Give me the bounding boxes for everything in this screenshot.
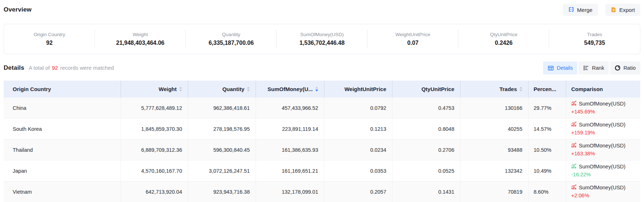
stat-origin-country: Origin Country 92 (4, 32, 95, 46)
cell-comparison[interactable]: SumOfMoney(USD) +145.69% (566, 98, 640, 118)
stat-label: QtyUnitPrice (458, 32, 549, 37)
stat-value: 1,536,702,446.48 (277, 40, 367, 46)
table-header-row: Origin Country Weight Quantity SumOfMone… (4, 81, 640, 98)
table-row[interactable]: South Korea 1,845,859,370.30 278,198,576… (4, 119, 640, 139)
cell-quantity: 3,072,126,247.51 (188, 160, 256, 181)
comparison-field-label: SumOfMoney(USD) (579, 122, 626, 128)
tab-ratio[interactable]: Ratio (610, 61, 640, 74)
details-heading: Details A total of92records were matched (4, 64, 114, 72)
sort-carets-icon[interactable] (519, 87, 522, 91)
stat-qty-unit-price: QtyUnitPrice 0.2426 (458, 32, 549, 46)
details-subtitle: A total of92records were matched (29, 65, 114, 71)
merge-button[interactable]: Merge (563, 4, 598, 16)
cell-weight: 1,845,859,370.30 (121, 119, 188, 139)
stat-label: Quantity (186, 32, 277, 37)
tab-ratio-label: Ratio (623, 65, 636, 71)
cell-comparison[interactable]: SumOfMoney(USD) +159.19% (566, 119, 640, 139)
topbar-actions: Merge Export (563, 4, 640, 16)
export-button[interactable]: Export (605, 4, 640, 16)
stat-value: 0.07 (367, 40, 458, 46)
cell-trades: 40255 (460, 119, 528, 139)
cell-quantity: 596,300,840.45 (188, 139, 256, 160)
bar-chart-up-icon (571, 185, 577, 191)
col-header-weight[interactable]: Weight (121, 81, 188, 98)
tab-details-label: Details (557, 65, 573, 71)
details-table: Origin Country Weight Quantity SumOfMone… (4, 81, 640, 202)
cell-weight-unit-price: 0.0234 (324, 139, 392, 160)
ratio-donut-icon (615, 65, 620, 71)
tab-rank-label: Rank (592, 65, 604, 71)
cell-sum: 161,386,635.93 (256, 139, 324, 160)
stat-label: SumOfMoney(USD) (277, 32, 367, 37)
cell-country: South Korea (4, 119, 121, 139)
cell-qty-unit-price: 0.1431 (392, 181, 460, 202)
cell-weight: 4,570,160,167.70 (121, 160, 188, 181)
rank-bars-icon (583, 65, 589, 71)
table-row[interactable]: Vietnam 642,713,920.04 923,943,716.38 13… (4, 181, 640, 202)
sort-carets-icon[interactable] (247, 87, 250, 91)
page: Overview Merge Export (0, 4, 644, 202)
cell-country: Thailand (4, 139, 121, 160)
tab-details[interactable]: Details (543, 61, 577, 74)
cell-sum: 132,178,099.01 (256, 181, 324, 202)
cell-quantity: 923,943,716.38 (188, 181, 256, 202)
stat-trades: Trades 549,735 (549, 32, 640, 46)
comparison-field-label: SumOfMoney(USD) (579, 143, 626, 149)
match-count: 92 (52, 65, 58, 71)
comparison-percent: +2.06% (571, 193, 626, 199)
stat-label: Origin Country (4, 32, 95, 37)
bar-chart-up-icon (571, 122, 577, 128)
comparison-percent: -16.22% (571, 172, 626, 178)
cell-country: China (4, 98, 121, 118)
sort-carets-icon[interactable] (179, 87, 182, 91)
cell-sum: 223,891,119.14 (256, 119, 324, 139)
cell-weight-unit-price: 0.1213 (324, 119, 392, 139)
tab-rank[interactable]: Rank (578, 61, 609, 74)
col-header-trades[interactable]: Trades (460, 81, 528, 98)
cell-weight-unit-price: 0.0792 (324, 98, 392, 118)
cell-quantity: 962,386,418.61 (188, 98, 256, 118)
col-header-origin-country: Origin Country (4, 81, 121, 98)
col-header-weight-unit-price: WeightUnitPrice (324, 81, 392, 98)
comparison-percent: +159.19% (571, 130, 626, 136)
col-header-qty-unit-price: QtyUnitPrice (392, 81, 460, 98)
cell-comparison[interactable]: SumOfMoney(USD) +163.38% (566, 139, 640, 160)
col-header-percent: Percen... (528, 81, 566, 98)
cell-percent: 8.60% (528, 181, 566, 202)
stat-label: Trades (549, 32, 640, 37)
export-icon (611, 7, 616, 13)
cell-percent: 10.50% (528, 139, 566, 160)
overview-stats-panel: Origin Country 92 Weight 21,948,403,464.… (4, 24, 640, 54)
cell-quantity: 278,198,576.95 (188, 119, 256, 139)
table-grid-icon (548, 65, 554, 71)
col-header-quantity[interactable]: Quantity (188, 81, 256, 98)
bar-chart-down-icon (571, 164, 577, 170)
bar-chart-up-icon (571, 101, 577, 107)
comparison-field-label: SumOfMoney(USD) (579, 101, 626, 107)
cell-comparison[interactable]: SumOfMoney(USD) +2.06% (566, 181, 640, 202)
table-row[interactable]: Japan 4,570,160,167.70 3,072,126,247.51 … (4, 160, 640, 181)
merge-icon (568, 7, 574, 13)
cell-weight: 642,713,920.04 (121, 181, 188, 202)
cell-qty-unit-price: 0.4753 (392, 98, 460, 118)
table-row[interactable]: China 5,777,628,489.12 962,386,418.61 45… (4, 98, 640, 119)
cell-comparison[interactable]: SumOfMoney(USD) -16.22% (566, 160, 640, 181)
cell-qty-unit-price: 0.2706 (392, 139, 460, 160)
merge-button-label: Merge (577, 7, 593, 13)
sort-carets-icon[interactable] (315, 87, 318, 91)
stat-label: WeightUnitPrice (367, 32, 458, 37)
stat-value: 6,335,187,700.06 (186, 40, 277, 46)
view-switcher: Details Rank Ratio (543, 61, 640, 74)
page-title: Overview (4, 6, 31, 13)
cell-weight-unit-price: 0.0353 (324, 160, 392, 181)
cell-sum: 457,433,966.52 (256, 98, 324, 118)
cell-trades: 70819 (460, 181, 528, 202)
overview-topbar: Overview Merge Export (4, 4, 640, 16)
cell-sum: 161,169,651.21 (256, 160, 324, 181)
col-header-sum-of-money[interactable]: SumOfMoney(U... (256, 81, 324, 98)
comparison-percent: +163.38% (571, 151, 626, 157)
table-row[interactable]: Thailand 6,889,709,312.36 596,300,840.45… (4, 139, 640, 160)
stat-sum-of-money: SumOfMoney(USD) 1,536,702,446.48 (277, 32, 367, 46)
stat-label: Weight (95, 32, 186, 37)
details-bar: Details A total of92records were matched… (4, 61, 640, 74)
